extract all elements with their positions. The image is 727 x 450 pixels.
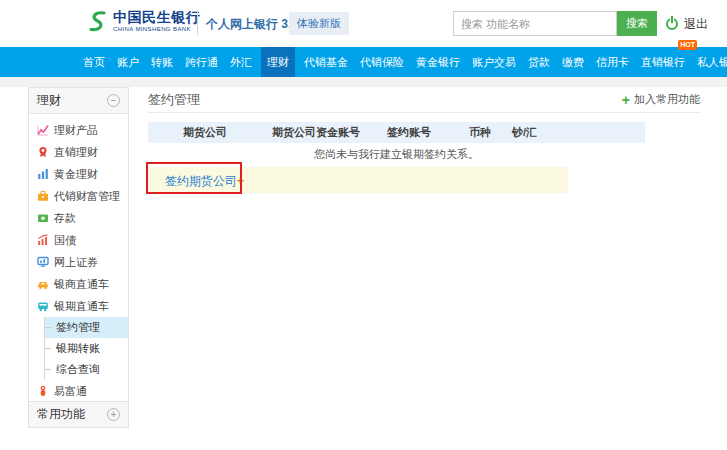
sidebar-footer-favorites[interactable]: 常用功能 + xyxy=(29,401,128,427)
sidebar-item-label: 直销理财 xyxy=(54,145,98,160)
main-nav: 首页 账户 转账 跨行通 外汇 理财 代销基金 代销保险 黄金银行 账户交易 贷… xyxy=(0,47,727,77)
nav-item-funds[interactable]: 代销基金 xyxy=(301,47,351,77)
column-cash-exchange: 钞/汇 xyxy=(512,125,572,140)
line-chart-icon xyxy=(37,124,49,136)
sidebar-item-bank-futures-express[interactable]: 银期直通车 xyxy=(29,295,128,317)
bar-chart-icon xyxy=(37,168,49,180)
nav-item-insurance[interactable]: 代销保险 xyxy=(357,47,407,77)
favorites-label: 常用功能 xyxy=(37,406,85,423)
sidebar-item-agency-wealth[interactable]: 代销财富管理 xyxy=(29,185,128,207)
sidebar-item-label: 银商直通车 xyxy=(54,277,109,292)
sidebar-title: 理财 xyxy=(37,92,61,109)
nav-item-private-bank[interactable]: 私人银行 xyxy=(694,47,727,77)
gourd-icon xyxy=(37,385,49,397)
sidebar-header: 理财 − xyxy=(29,88,128,114)
nav-item-direct-bank-label: 直销银行 xyxy=(641,56,685,68)
bank-name-en: CHINA MINSHENG BANK xyxy=(113,26,200,32)
plus-suffix-icon[interactable]: + xyxy=(237,174,244,188)
content-divider-band xyxy=(0,77,727,87)
sidebar-item-direct-wealth[interactable]: 直销理财 xyxy=(29,141,128,163)
sidebar-item-deposits[interactable]: 存款 xyxy=(29,207,128,229)
nav-item-credit-card[interactable]: 信用卡 xyxy=(593,47,632,77)
top-header: 中国民生银行 CHINA MINSHENG BANK 个人网上银行 3.0 体验… xyxy=(0,0,727,47)
sign-futures-company-row: 签约期货公司+ xyxy=(148,167,568,193)
sidebar-item-label: 存款 xyxy=(54,211,76,226)
sidebar-item-label: 黄金理财 xyxy=(54,167,98,182)
sidebar-item-wealth-products[interactable]: 理财产品 xyxy=(29,119,128,141)
search-input[interactable] xyxy=(453,11,617,36)
briefcase-icon xyxy=(37,190,49,202)
main-title-row: 签约管理 + 加入常用功能 xyxy=(148,87,700,113)
main-content: 签约管理 + 加入常用功能 期货公司 期货公司资金账号 签约账号 币种 钞/汇 … xyxy=(148,87,700,193)
nav-item-accounts[interactable]: 账户 xyxy=(114,47,142,77)
sidebar-item-label: 易富通 xyxy=(54,384,87,399)
sidebar-item-label: 代销财富管理 xyxy=(54,189,120,204)
empty-message: 您尚未与我行建立银期签约关系。 xyxy=(148,143,645,165)
sidebar-subitem-comprehensive-query[interactable]: 综合查询 xyxy=(45,359,128,380)
nav-item-interbank[interactable]: 跨行通 xyxy=(182,47,221,77)
power-icon[interactable] xyxy=(666,16,680,30)
add-to-favorites-link[interactable]: + 加入常用功能 xyxy=(622,92,700,107)
sign-futures-company-link[interactable]: 签约期货公司 xyxy=(165,174,237,188)
expand-icon[interactable]: + xyxy=(107,408,120,421)
sidebar-subitem-bank-futures-transfer[interactable]: 银期转账 xyxy=(45,338,128,359)
nav-item-gold-bank[interactable]: 黄金银行 xyxy=(413,47,463,77)
sidebar-item-label: 银期直通车 xyxy=(54,299,109,314)
search-button[interactable]: 搜索 xyxy=(617,11,657,36)
bank-name-cn: 中国民生银行 xyxy=(113,10,200,24)
sidebar-submenu-bank-futures: 签约管理 银期转账 综合查询 xyxy=(44,317,128,380)
nav-item-forex[interactable]: 外汇 xyxy=(227,47,255,77)
sidebar-item-label: 国债 xyxy=(54,233,76,248)
nav-item-wealth[interactable]: 理财 xyxy=(261,47,295,77)
column-futures-fund-account: 期货公司资金账号 xyxy=(262,125,370,140)
nav-item-payments[interactable]: 缴费 xyxy=(559,47,587,77)
nav-item-home[interactable]: 首页 xyxy=(80,47,108,77)
page-title: 签约管理 xyxy=(148,91,200,109)
trend-chart-icon xyxy=(37,234,49,246)
column-currency: 币种 xyxy=(448,125,512,140)
sidebar-item-treasury-bonds[interactable]: 国债 xyxy=(29,229,128,251)
online-banking-page: 中国民生银行 CHINA MINSHENG BANK 个人网上银行 3.0 体验… xyxy=(0,0,727,450)
sidebar: 理财 − 理财产品 直销理财 黄金理财 代销财富管理 存款 xyxy=(28,87,129,428)
product-name: 个人网上银行 3.0 xyxy=(206,16,298,33)
sidebar-item-online-securities[interactable]: 网上证券 xyxy=(29,251,128,273)
sidebar-item-gold-wealth[interactable]: 黄金理财 xyxy=(29,163,128,185)
badge-icon xyxy=(37,146,49,158)
sidebar-items: 理财产品 直销理财 黄金理财 代销财富管理 存款 国债 xyxy=(29,114,128,402)
table-header-row: 期货公司 期货公司资金账号 签约账号 币种 钞/汇 xyxy=(148,122,645,143)
nav-item-loans[interactable]: 贷款 xyxy=(525,47,553,77)
monitor-icon xyxy=(37,256,49,268)
deposit-icon xyxy=(37,212,49,224)
sidebar-item-label: 网上证券 xyxy=(54,255,98,270)
sidebar-subitem-sign-management[interactable]: 签约管理 xyxy=(45,317,128,338)
logo-divider xyxy=(197,12,198,35)
nav-item-account-trade[interactable]: 账户交易 xyxy=(469,47,519,77)
sidebar-item-yifutong[interactable]: 易富通 xyxy=(29,380,128,402)
add-to-favorites-label: 加入常用功能 xyxy=(634,92,700,107)
logout-button[interactable]: 退出 xyxy=(684,16,708,33)
power-bar xyxy=(671,16,673,23)
bus-icon xyxy=(37,300,49,312)
nav-item-transfer[interactable]: 转账 xyxy=(148,47,176,77)
collapse-icon[interactable]: − xyxy=(107,94,120,107)
nav-item-direct-bank[interactable]: 直销银行HOT xyxy=(638,47,688,77)
sidebar-item-label: 理财产品 xyxy=(54,123,98,138)
sidebar-item-bank-commerce-express[interactable]: 银商直通车 xyxy=(29,273,128,295)
column-futures-company: 期货公司 xyxy=(148,125,262,140)
bank-logo-icon xyxy=(84,9,111,36)
column-signed-account: 签约账号 xyxy=(370,125,448,140)
bank-logo-text: 中国民生银行 CHINA MINSHENG BANK xyxy=(113,10,200,32)
try-new-version-button[interactable]: 体验新版 xyxy=(289,12,349,35)
plus-icon: + xyxy=(622,93,630,107)
car-icon xyxy=(37,278,49,290)
